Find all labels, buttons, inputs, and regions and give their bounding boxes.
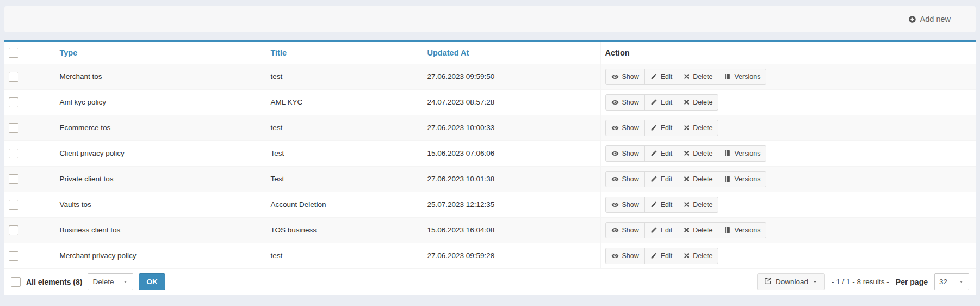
cell-actions: ShowEditDelete	[600, 243, 976, 268]
row-checkbox[interactable]	[9, 72, 18, 82]
delete-button[interactable]: Delete	[678, 197, 718, 213]
cell-updated-at: 24.07.2023 08:57:28	[423, 89, 600, 115]
cell-type: Ecommerce tos	[55, 115, 266, 140]
delete-button[interactable]: Delete	[678, 120, 718, 136]
row-checkbox[interactable]	[9, 174, 18, 184]
cell-updated-at: 27.06.2023 10:00:33	[423, 115, 600, 140]
per-page-value: 32	[939, 278, 947, 286]
table-row: Client privacy policyTest15.06.2023 07:0…	[4, 140, 976, 166]
show-button[interactable]: Show	[605, 120, 645, 136]
row-checkbox[interactable]	[9, 97, 18, 107]
eye-icon	[611, 73, 619, 81]
delete-button[interactable]: Delete	[678, 222, 718, 238]
ok-button[interactable]: OK	[139, 273, 165, 290]
versions-button[interactable]: Versions	[718, 222, 766, 238]
times-icon	[684, 125, 690, 131]
delete-button[interactable]: Delete	[678, 145, 718, 162]
action-button-group: ShowEditDeleteVersions	[605, 171, 767, 187]
table-row: Ecommerce tostest27.06.2023 10:00:33Show…	[4, 115, 976, 140]
row-checkbox[interactable]	[9, 225, 18, 235]
eye-icon	[611, 150, 619, 157]
row-checkbox[interactable]	[9, 251, 18, 261]
action-button-group: ShowEditDeleteVersions	[605, 145, 767, 162]
download-button[interactable]: Download	[757, 273, 825, 290]
book-icon	[724, 227, 731, 234]
cell-actions: ShowEditDelete	[600, 89, 976, 115]
cell-type: Business client tos	[55, 217, 266, 243]
show-button[interactable]: Show	[605, 94, 645, 111]
pagination-summary: - 1 / 1 - 8 results -	[832, 278, 889, 286]
pencil-icon	[650, 227, 658, 234]
show-button[interactable]: Show	[605, 171, 645, 187]
versions-button[interactable]: Versions	[718, 145, 766, 162]
cell-type: Vaults tos	[55, 192, 266, 217]
edit-button[interactable]: Edit	[644, 69, 679, 85]
bulk-action-value: Delete	[92, 278, 114, 286]
table-row: Merchant privacy policytest27.06.2023 09…	[4, 243, 976, 268]
row-checkbox[interactable]	[9, 123, 18, 133]
pencil-icon	[650, 73, 658, 80]
bulk-action-select[interactable]: Delete	[88, 273, 133, 290]
table-row: Merchant tostest27.06.2023 09:59:50ShowE…	[4, 64, 976, 89]
edit-button[interactable]: Edit	[644, 94, 679, 111]
show-button[interactable]: Show	[605, 69, 645, 85]
pencil-icon	[650, 201, 658, 208]
edit-button[interactable]: Edit	[644, 222, 679, 238]
cell-updated-at: 15.06.2023 16:04:08	[423, 217, 600, 243]
cell-title: Test	[266, 140, 423, 166]
cell-updated-at: 25.07.2023 12:12:35	[423, 192, 600, 217]
edit-button[interactable]: Edit	[644, 120, 679, 136]
edit-button[interactable]: Edit	[644, 145, 679, 162]
per-page-select[interactable]: 32	[934, 273, 969, 290]
bulk-actions: All elements (8) Delete OK	[11, 273, 165, 290]
eye-icon	[611, 124, 619, 132]
cell-actions: ShowEditDeleteVersions	[600, 217, 976, 243]
action-button-group: ShowEditDeleteVersions	[605, 222, 767, 238]
book-icon	[724, 73, 731, 80]
delete-button[interactable]: Delete	[678, 94, 718, 111]
action-button-group: ShowEditDelete	[605, 120, 719, 136]
column-header-type[interactable]: Type	[60, 48, 78, 57]
add-new-label: Add new	[920, 15, 951, 23]
select-all-elements-checkbox[interactable]	[11, 277, 21, 287]
add-new-button[interactable]: Add new	[908, 15, 951, 23]
edit-button[interactable]: Edit	[644, 171, 679, 187]
caret-down-icon	[958, 279, 964, 285]
table-header-row: Type Title Updated At Action	[4, 42, 976, 64]
show-button[interactable]: Show	[605, 248, 645, 264]
action-button-group: ShowEditDelete	[605, 248, 719, 264]
cell-actions: ShowEditDeleteVersions	[600, 140, 976, 166]
cell-type: Merchant tos	[55, 64, 266, 89]
versions-button[interactable]: Versions	[718, 171, 766, 187]
cell-updated-at: 27.06.2023 09:59:50	[423, 64, 600, 89]
column-header-title[interactable]: Title	[271, 48, 287, 57]
table-row: Aml kyc policyAML KYC24.07.2023 08:57:28…	[4, 89, 976, 115]
times-icon	[684, 201, 690, 207]
show-button[interactable]: Show	[605, 197, 645, 213]
cell-updated-at: 27.06.2023 10:01:38	[423, 166, 600, 192]
edit-button[interactable]: Edit	[644, 197, 679, 213]
show-button[interactable]: Show	[605, 145, 645, 162]
times-icon	[684, 176, 690, 182]
select-all-checkbox[interactable]	[9, 48, 18, 58]
cell-type: Aml kyc policy	[55, 89, 266, 115]
row-checkbox[interactable]	[9, 200, 18, 210]
cell-type: Private client tos	[55, 166, 266, 192]
delete-button[interactable]: Delete	[678, 248, 718, 264]
versions-button[interactable]: Versions	[718, 69, 766, 85]
top-toolbar: Add new	[4, 6, 976, 32]
times-icon	[684, 150, 690, 156]
cell-actions: ShowEditDelete	[600, 192, 976, 217]
column-header-updated-at[interactable]: Updated At	[427, 48, 469, 57]
delete-button[interactable]: Delete	[678, 171, 718, 187]
per-page-label: Per page	[896, 278, 928, 286]
plus-circle-icon	[908, 15, 916, 23]
download-label: Download	[776, 278, 808, 286]
action-button-group: ShowEditDeleteVersions	[605, 69, 767, 85]
row-checkbox[interactable]	[9, 149, 18, 158]
caret-down-icon	[812, 279, 818, 285]
pencil-icon	[650, 124, 658, 131]
show-button[interactable]: Show	[605, 222, 645, 238]
edit-button[interactable]: Edit	[644, 248, 679, 264]
delete-button[interactable]: Delete	[678, 69, 718, 85]
